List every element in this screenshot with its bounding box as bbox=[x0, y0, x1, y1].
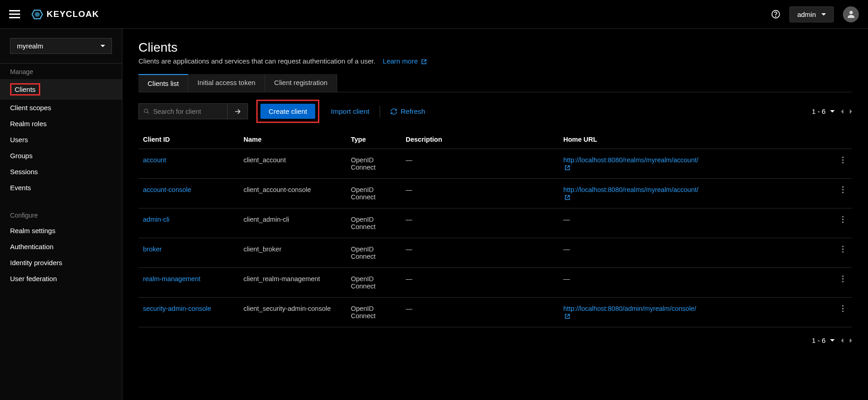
svg-rect-2 bbox=[9, 17, 20, 18]
svg-point-8 bbox=[144, 109, 148, 113]
svg-point-15 bbox=[842, 216, 843, 217]
search-submit-button[interactable] bbox=[228, 103, 248, 119]
row-actions-button[interactable] bbox=[834, 298, 852, 327]
sidebar-item-realm-settings[interactable]: Realm settings bbox=[0, 223, 122, 239]
page-prev-button-bottom[interactable] bbox=[841, 336, 843, 344]
page-range-dropdown-bottom[interactable]: 1 - 6 bbox=[812, 336, 835, 344]
row-actions-button[interactable] bbox=[834, 238, 852, 268]
sidebar-item-users[interactable]: Users bbox=[0, 132, 122, 148]
import-client-button[interactable]: Import client bbox=[331, 107, 369, 116]
svg-point-26 bbox=[842, 310, 843, 312]
sidebar-item-client-scopes[interactable]: Client scopes bbox=[0, 100, 122, 116]
home-url-link[interactable]: http://localhost:8080/realms/myrealm/acc… bbox=[563, 156, 699, 171]
refresh-button[interactable]: Refresh bbox=[390, 107, 425, 116]
client-description-cell: — bbox=[401, 208, 559, 238]
svg-point-12 bbox=[842, 186, 843, 187]
page-range-dropdown[interactable]: 1 - 6 bbox=[812, 107, 835, 115]
home-url-empty: — bbox=[563, 275, 570, 283]
sidebar-item-user-federation[interactable]: User federation bbox=[0, 271, 122, 287]
svg-point-17 bbox=[842, 221, 843, 223]
nav-section-manage-label: Manage bbox=[0, 64, 122, 79]
tab-initial-access-token[interactable]: Initial access token bbox=[188, 74, 265, 92]
client-id-link[interactable]: security-admin-console bbox=[143, 305, 211, 312]
kebab-icon bbox=[842, 216, 844, 223]
pagination-bottom: 1 - 6 bbox=[812, 336, 852, 344]
client-type-cell: OpenID Connect bbox=[346, 208, 401, 238]
tab-clients-list[interactable]: Clients list bbox=[138, 74, 188, 92]
toolbar-divider bbox=[380, 106, 380, 117]
client-id-link[interactable]: account bbox=[143, 156, 166, 164]
sidebar-item-events[interactable]: Events bbox=[0, 180, 122, 196]
user-menu-label: admin bbox=[797, 11, 816, 18]
chevron-left-icon bbox=[841, 338, 843, 343]
page-next-button[interactable] bbox=[850, 107, 852, 115]
client-type-cell: OpenID Connect bbox=[346, 298, 401, 327]
table-row: realm-managementclient_realm-managementO… bbox=[138, 268, 852, 298]
client-id-link[interactable]: broker bbox=[143, 245, 162, 253]
svg-point-24 bbox=[842, 305, 843, 306]
search-icon bbox=[143, 108, 149, 115]
realm-selector[interactable]: myrealm bbox=[10, 38, 112, 54]
client-id-link[interactable]: admin-cli bbox=[143, 216, 169, 223]
table-row: admin-cliclient_admin-cliOpenID Connect—… bbox=[138, 208, 852, 238]
search-input[interactable] bbox=[153, 108, 222, 115]
svg-point-14 bbox=[842, 192, 843, 193]
row-actions-button[interactable] bbox=[834, 149, 852, 179]
sidebar-item-authentication[interactable]: Authentication bbox=[0, 239, 122, 255]
client-description-cell: — bbox=[401, 179, 559, 208]
highlight-annotation: Clients bbox=[10, 83, 40, 96]
client-type-cell: OpenID Connect bbox=[346, 268, 401, 298]
app-header: KEYCLOAK admin bbox=[0, 0, 868, 29]
user-icon bbox=[846, 9, 856, 19]
table-row: security-admin-consoleclient_security-ad… bbox=[138, 298, 852, 327]
caret-down-icon bbox=[830, 110, 835, 112]
page-next-button-bottom[interactable] bbox=[850, 336, 852, 344]
table-row: account-consoleclient_account-consoleOpe… bbox=[138, 179, 852, 208]
row-actions-button[interactable] bbox=[834, 179, 852, 208]
home-url-link[interactable]: http://localhost:8080/realms/myrealm/acc… bbox=[563, 186, 699, 201]
tab-client-registration[interactable]: Client registration bbox=[265, 74, 337, 92]
sidebar-item-sessions[interactable]: Sessions bbox=[0, 164, 122, 180]
svg-point-20 bbox=[842, 251, 843, 252]
home-url-link[interactable]: http://localhost:8080/admin/myrealm/cons… bbox=[563, 305, 696, 320]
svg-point-13 bbox=[842, 189, 843, 190]
learn-more-link[interactable]: Learn more bbox=[383, 57, 427, 65]
pagination-top: 1 - 6 bbox=[812, 107, 852, 115]
sidebar-item-clients[interactable]: Clients bbox=[0, 79, 122, 100]
create-client-button[interactable]: Create client bbox=[260, 104, 315, 119]
client-id-link[interactable]: account-console bbox=[143, 186, 191, 193]
home-url-empty: — bbox=[563, 216, 570, 223]
sidebar-item-identity-providers[interactable]: Identity providers bbox=[0, 255, 122, 271]
svg-point-11 bbox=[842, 162, 843, 163]
page-subtitle: Clients are applications and services th… bbox=[138, 57, 852, 65]
sidebar-item-groups[interactable]: Groups bbox=[0, 148, 122, 164]
avatar[interactable] bbox=[843, 6, 859, 22]
arrow-right-icon bbox=[234, 108, 241, 115]
client-name-cell: client_broker bbox=[239, 238, 346, 268]
help-icon[interactable] bbox=[771, 10, 780, 19]
toolbar: Create client Import client Refresh 1 - … bbox=[138, 92, 852, 130]
table-row: brokerclient_brokerOpenID Connect—— bbox=[138, 238, 852, 268]
svg-rect-1 bbox=[9, 14, 20, 15]
tabs: Clients list Initial access token Client… bbox=[138, 74, 852, 92]
svg-rect-0 bbox=[9, 10, 20, 11]
client-type-cell: OpenID Connect bbox=[346, 179, 401, 208]
client-name-cell: client_realm-management bbox=[239, 268, 346, 298]
sidebar-item-realm-roles[interactable]: Realm roles bbox=[0, 116, 122, 132]
user-menu-dropdown[interactable]: admin bbox=[789, 6, 834, 22]
page-prev-button[interactable] bbox=[841, 107, 843, 115]
home-url-empty: — bbox=[563, 245, 570, 253]
page-title: Clients bbox=[138, 40, 852, 55]
kebab-icon bbox=[842, 156, 844, 164]
caret-down-icon bbox=[101, 45, 105, 47]
th-type: Type bbox=[346, 130, 401, 149]
row-actions-button[interactable] bbox=[834, 268, 852, 298]
svg-point-10 bbox=[842, 159, 843, 160]
row-actions-button[interactable] bbox=[834, 208, 852, 238]
sidebar: myrealm Manage Clients Client scopes Rea… bbox=[0, 29, 122, 400]
clients-table: Client ID Name Type Description Home URL… bbox=[138, 130, 852, 327]
client-id-link[interactable]: realm-management bbox=[143, 275, 201, 283]
hamburger-menu-button[interactable] bbox=[9, 9, 20, 20]
th-description: Description bbox=[401, 130, 559, 149]
keycloak-logo-icon bbox=[32, 9, 43, 20]
